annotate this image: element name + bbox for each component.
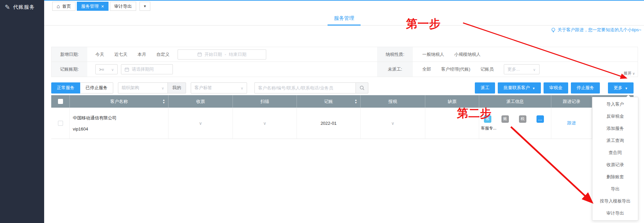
- filter-panel: 新增日期: 今天 近七天 本月 自定义 开始日期 - 结束日期 纳税性质: 一般…: [51, 47, 638, 77]
- badge-bookkeeper[interactable]: 账: [501, 115, 509, 123]
- unassigned-more-placeholder: 更多...: [508, 66, 520, 72]
- badge-more[interactable]: ...: [536, 115, 544, 123]
- org-structure-select[interactable]: 组织架构: [118, 83, 167, 93]
- menu-item-reverse-audit-tax[interactable]: 反审税金: [592, 110, 638, 122]
- caret-down-icon: [532, 85, 535, 90]
- unassigned-option-manager[interactable]: 客户经理(代账): [441, 66, 470, 72]
- menu-item-export[interactable]: 导出: [592, 183, 638, 195]
- tab-service-management-label: 服务管理: [81, 3, 99, 9]
- dispatch-button[interactable]: 派工: [475, 82, 495, 94]
- toolbar: 正常服务 已停止服务 组织架构 我的 客户标签 派工 批量联系客户 审税金 停止…: [51, 82, 634, 94]
- tab-audit-export[interactable]: 审计导出: [110, 2, 136, 11]
- menu-item-export-by-template[interactable]: 按导入模板导出: [592, 195, 638, 207]
- expand-filters-link[interactable]: 展开: [623, 71, 635, 76]
- sort-icon[interactable]: ▲▼: [355, 99, 357, 104]
- dispatch-caption: 客服专...: [481, 125, 496, 131]
- menu-item-add-service[interactable]: 添加服务: [592, 122, 638, 135]
- filter-add-date: 新增日期: 今天 近七天 本月 自定义 开始日期 - 结束日期: [52, 47, 377, 62]
- unassigned-option-all[interactable]: 全部: [422, 66, 431, 72]
- header-customer-name-label: 客户名称: [110, 99, 128, 105]
- badge-tax[interactable]: 税: [519, 115, 526, 123]
- chevron-down-icon[interactable]: [391, 121, 395, 126]
- sort-icon[interactable]: ▲▼: [162, 99, 165, 104]
- menu-item-import-customer[interactable]: 导入客户: [592, 98, 638, 110]
- tab-home-label: 首页: [62, 3, 71, 9]
- filter-unassigned: 未派工: 全部 客户经理(代账) 记账员 更多...: [377, 62, 540, 77]
- close-icon[interactable]: [101, 4, 104, 9]
- stop-service-button[interactable]: 停止服务: [571, 82, 600, 94]
- header-bookkeeping[interactable]: 记账 ▲▼: [297, 95, 361, 108]
- search-button[interactable]: [356, 82, 368, 94]
- table-row: 中国移动通信有限公司 vip1604 2022-01 客 账 税 ... 客服专…: [51, 108, 634, 139]
- add-date-option-custom[interactable]: 自定义: [156, 51, 170, 58]
- header-customer-name[interactable]: 客户名称 ▲▼: [70, 95, 168, 108]
- select-all-checkbox[interactable]: [58, 99, 63, 104]
- tab-list-dropdown-button[interactable]: [140, 2, 150, 11]
- search-input[interactable]: [254, 82, 356, 94]
- audit-tax-button[interactable]: 审税金: [544, 82, 568, 94]
- chevron-down-icon[interactable]: [263, 121, 267, 126]
- unassigned-option-bookkeeper[interactable]: 记账员: [481, 66, 494, 72]
- home-icon: [57, 4, 60, 9]
- customer-name[interactable]: 中国移动通信有限公司: [73, 115, 117, 121]
- chevron-down-icon: [111, 67, 114, 72]
- customer-table: 客户名称 ▲▼ 收票 扫描 记账 ▲▼ 报税 缺票 派工信息 跟进记录 中国移动…: [51, 95, 634, 139]
- tab-home[interactable]: 首页: [52, 2, 75, 11]
- top-tab-bar: 首页 服务管理 审计导出: [44, 0, 644, 12]
- end-date-placeholder: 结束日期: [229, 51, 246, 58]
- follow-link[interactable]: 跟进: [567, 120, 576, 126]
- operator-select[interactable]: >=: [95, 64, 118, 74]
- add-date-option-today[interactable]: 今天: [95, 51, 104, 58]
- tax-type-option-small[interactable]: 小规模纳税人: [454, 51, 481, 58]
- chevron-down-icon: [533, 67, 536, 72]
- org-structure-group: 组织架构 我的: [118, 82, 186, 94]
- menu-item-audit-export[interactable]: 审计导出: [592, 207, 638, 219]
- stopped-service-button[interactable]: 已停止服务: [80, 82, 113, 94]
- page-title[interactable]: 服务管理: [328, 15, 361, 22]
- period-input[interactable]: 请选择期间: [121, 64, 173, 74]
- row-checkbox-cell: [51, 108, 70, 139]
- tax-type-label: 纳税性质:: [377, 47, 413, 62]
- customer-tag-placeholder: 客户标签: [194, 85, 212, 91]
- chevron-down-icon: [241, 85, 243, 90]
- date-range-input[interactable]: 开始日期 - 结束日期: [178, 49, 266, 60]
- filter-booking-period: 记账账期: >= 请选择期间: [52, 62, 377, 77]
- period-placeholder: 请选择期间: [132, 66, 154, 72]
- customer-code: vip1604: [73, 126, 88, 132]
- customer-tag-select[interactable]: 客户标签: [191, 82, 247, 94]
- add-date-option-7days[interactable]: 近七天: [114, 51, 127, 58]
- tax-type-option-general[interactable]: 一般纳税人: [422, 51, 444, 58]
- tab-service-management[interactable]: 服务管理: [77, 2, 109, 11]
- row-checkbox[interactable]: [58, 121, 63, 126]
- header-checkbox-cell: [51, 95, 70, 108]
- calendar-icon: [125, 67, 129, 72]
- header-bookkeeping-label: 记账: [324, 99, 333, 105]
- search-group: [254, 82, 368, 94]
- annotation-step1: 第一步: [406, 16, 440, 32]
- unassigned-more-select[interactable]: 更多...: [504, 64, 540, 74]
- follow-record-cell: 跟进: [551, 108, 592, 139]
- chevron-down-icon[interactable]: [199, 121, 202, 126]
- tab-strip: 首页 服务管理 审计导出: [44, 0, 644, 11]
- batch-contact-button[interactable]: 批量联系客户: [498, 82, 541, 94]
- tips-link[interactable]: 关于客户跟进，您一定要知道的几个小tips~: [551, 27, 641, 33]
- lightbulb-icon: [551, 28, 556, 33]
- menu-item-dispatch-query[interactable]: 派工查询: [592, 135, 638, 147]
- operator-value: >=: [99, 67, 104, 72]
- menu-item-receipt-record[interactable]: 收票记录: [592, 159, 638, 171]
- app-logo: 代账服务: [0, 0, 44, 10]
- sidebar: 代账服务: [0, 0, 44, 223]
- add-date-label: 新增日期:: [52, 47, 87, 62]
- customer-name-cell: 中国移动通信有限公司 vip1604: [70, 108, 168, 139]
- filter-tax-type: 纳税性质: 一般纳税人 小规模纳税人: [377, 47, 481, 62]
- menu-item-delete-account-set[interactable]: 删除账套: [592, 171, 638, 183]
- caret-down-icon: [625, 85, 628, 90]
- mine-button[interactable]: 我的: [167, 83, 186, 93]
- pen-icon: [5, 4, 10, 10]
- add-date-option-month[interactable]: 本月: [137, 51, 146, 58]
- menu-item-check-contract[interactable]: 查合同: [592, 147, 638, 159]
- page-title-underline: [328, 25, 361, 26]
- header-tax-filing: 报税: [361, 95, 425, 108]
- more-button[interactable]: 更多: [608, 82, 634, 94]
- normal-service-button[interactable]: 正常服务: [51, 82, 80, 94]
